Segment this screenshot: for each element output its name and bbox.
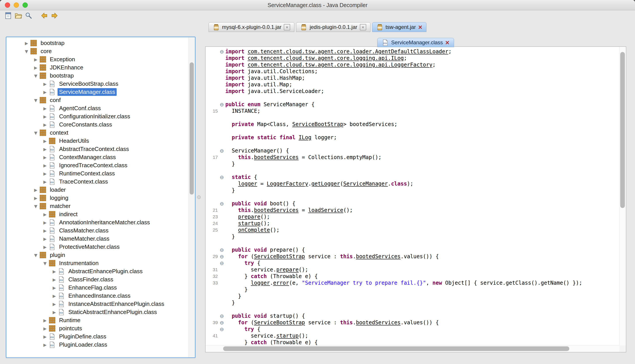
tree-item[interactable]: ▶010RuntimeContext.class — [7, 170, 188, 178]
tree-item[interactable]: ▶010ContextManager.class — [7, 153, 188, 161]
tree-item[interactable]: ▶loader — [7, 186, 188, 194]
fold-icon[interactable]: ⊖ — [218, 326, 225, 332]
code-link[interactable]: startup — [238, 220, 260, 226]
chevron-right-icon[interactable]: ▶ — [41, 318, 49, 323]
close-window-button[interactable] — [5, 2, 10, 8]
minimize-window-button[interactable] — [14, 2, 19, 8]
chevron-down-icon[interactable]: ▼ — [32, 130, 40, 135]
fold-icon[interactable]: ⊖ — [218, 260, 225, 266]
close-icon[interactable]: × — [284, 24, 290, 30]
tree-item[interactable]: ▶010PluginDefine.class — [7, 332, 188, 341]
tree-item[interactable]: ▶010ClassMatcher.class — [7, 226, 188, 235]
fold-icon[interactable]: ⊖ — [218, 313, 225, 319]
code-link[interactable]: ServiceBootStrap — [254, 320, 305, 326]
tree-item[interactable]: ▶010PluginLoader.class — [7, 341, 188, 349]
open-file-button[interactable] — [3, 11, 13, 21]
code-link[interactable]: prepare — [238, 214, 260, 220]
forward-button[interactable] — [49, 11, 60, 21]
chevron-down-icon[interactable]: ▼ — [32, 204, 40, 209]
tree-item[interactable]: ▶010AbstractTraceContext.class — [7, 145, 188, 153]
tree-scrollbar[interactable] — [189, 37, 195, 358]
code-link[interactable]: bootedServices — [356, 254, 400, 260]
chevron-right-icon[interactable]: ▶ — [32, 188, 40, 192]
fold-icon[interactable]: ⊖ — [218, 254, 225, 259]
code-link[interactable]: bootedServices — [254, 154, 299, 160]
tree-item[interactable]: ▼bootstrap — [7, 72, 188, 80]
chevron-down-icon[interactable]: ▼ — [32, 98, 40, 103]
chevron-down-icon[interactable]: ▼ — [32, 73, 40, 78]
tree-item[interactable]: ▶010EnhanceFlag.class — [7, 284, 188, 292]
close-icon[interactable]: × — [445, 39, 449, 46]
chevron-down-icon[interactable]: ▼ — [32, 253, 40, 258]
tree-item[interactable]: ▶010AbstractEnhancePlugin.class — [7, 267, 188, 276]
code-link[interactable]: ServiceBootStrap — [292, 121, 343, 127]
code-link[interactable]: com.tencent.cloud.tsw.agent.core.loader.… — [248, 48, 448, 55]
code-link[interactable]: bootedServices — [254, 207, 299, 213]
horizontal-scrollbar[interactable] — [206, 345, 619, 352]
tree-item[interactable]: ▶010AnnotationInheritanceMatcher.class — [7, 218, 188, 226]
chevron-right-icon[interactable]: ▶ — [41, 228, 49, 233]
jar-tab[interactable]: mysql-6.x-plugin-0.0.1.jar× — [209, 22, 294, 32]
chevron-down-icon[interactable]: ▼ — [23, 49, 30, 54]
chevron-right-icon[interactable]: ▶ — [41, 155, 49, 160]
chevron-right-icon[interactable]: ▶ — [41, 147, 49, 152]
tree-item[interactable]: ▶Exception — [7, 55, 188, 64]
chevron-down-icon[interactable]: ▼ — [41, 261, 49, 266]
close-icon[interactable]: × — [360, 24, 366, 30]
chevron-right-icon[interactable]: ▶ — [51, 310, 58, 315]
code-link[interactable]: error — [273, 280, 289, 286]
tree-item[interactable]: ▶010StaticAbstractEnhancePlugin.class — [7, 308, 188, 316]
tree-item[interactable]: ▼conf — [7, 96, 188, 104]
tree-item[interactable]: ▼context — [7, 129, 188, 137]
splitter-handle[interactable] — [197, 196, 201, 199]
vertical-scrollbar[interactable] — [619, 47, 626, 346]
chevron-right-icon[interactable]: ▶ — [41, 244, 49, 250]
tree-item[interactable]: ▼Instrumentation — [7, 259, 188, 267]
chevron-right-icon[interactable]: ▶ — [41, 236, 49, 241]
jar-tab[interactable]: tsw-agent.jar× — [372, 22, 427, 32]
tree-item[interactable]: ▶010CoreConstants.class — [7, 120, 188, 129]
fold-icon[interactable]: ⊖ — [218, 201, 225, 206]
chevron-right-icon[interactable]: ▶ — [41, 114, 49, 119]
chevron-right-icon[interactable]: ▶ — [32, 65, 40, 70]
editor-tab[interactable]: 010 ServiceManager.class × — [377, 38, 454, 47]
fold-icon[interactable]: ⊖ — [218, 174, 225, 180]
chevron-right-icon[interactable]: ▶ — [41, 163, 49, 168]
tree-item[interactable]: ▶JDKEnhance — [7, 64, 188, 72]
code-link[interactable]: startup — [276, 333, 299, 339]
chevron-right-icon[interactable]: ▶ — [41, 82, 49, 86]
tree-item[interactable]: ▶010InstanceAbstractEnhancePlugin.class — [7, 300, 188, 308]
jar-tab[interactable]: jedis-plugin-0.0.1.jar× — [296, 22, 370, 32]
tree-item[interactable]: ▼matcher — [7, 202, 188, 210]
code-link[interactable]: onComplete — [238, 227, 270, 233]
chevron-right-icon[interactable]: ▶ — [41, 220, 49, 225]
tree-item[interactable]: ▼core — [7, 47, 188, 55]
code-link[interactable]: com.tencent.cloud.tsw.agent.core.logging… — [248, 62, 432, 68]
open-folder-button[interactable] — [13, 11, 23, 21]
chevron-right-icon[interactable]: ▶ — [32, 57, 40, 62]
zoom-window-button[interactable] — [23, 2, 28, 8]
chevron-right-icon[interactable]: ▶ — [41, 171, 49, 176]
chevron-right-icon[interactable]: ▶ — [41, 179, 49, 184]
tree-item[interactable]: ▶010EnhancedInstance.class — [7, 292, 188, 300]
code-link[interactable]: logger — [238, 181, 257, 187]
close-icon[interactable]: × — [418, 24, 422, 31]
code-link[interactable]: bootedServices — [356, 320, 400, 326]
tree-item[interactable]: ▶logging — [7, 194, 188, 202]
code-link[interactable]: com.tencent.cloud.tsw.agent.core.logging… — [248, 55, 404, 61]
chevron-right-icon[interactable]: ▶ — [41, 334, 49, 339]
back-button[interactable] — [39, 11, 49, 21]
tree-item[interactable]: ▶010TraceContext.class — [7, 178, 188, 186]
tree-item[interactable]: ▼plugin — [7, 251, 188, 259]
tree-item[interactable]: ▶bootstrap — [7, 39, 188, 47]
chevron-right-icon[interactable]: ▶ — [51, 302, 58, 306]
tree-item[interactable]: ▶pointcuts — [7, 324, 188, 332]
fold-icon[interactable]: ⊖ — [218, 148, 225, 154]
tree-item[interactable]: ▶Runtime — [7, 316, 188, 324]
chevron-right-icon[interactable]: ▶ — [51, 294, 58, 298]
tree-scrollbar-thumb[interactable] — [190, 62, 194, 194]
fold-icon[interactable]: ⊖ — [218, 320, 225, 326]
chevron-right-icon[interactable]: ▶ — [32, 196, 40, 200]
chevron-right-icon[interactable]: ▶ — [23, 41, 30, 46]
tree-item[interactable]: ▶010ClassFinder.class — [7, 276, 188, 284]
